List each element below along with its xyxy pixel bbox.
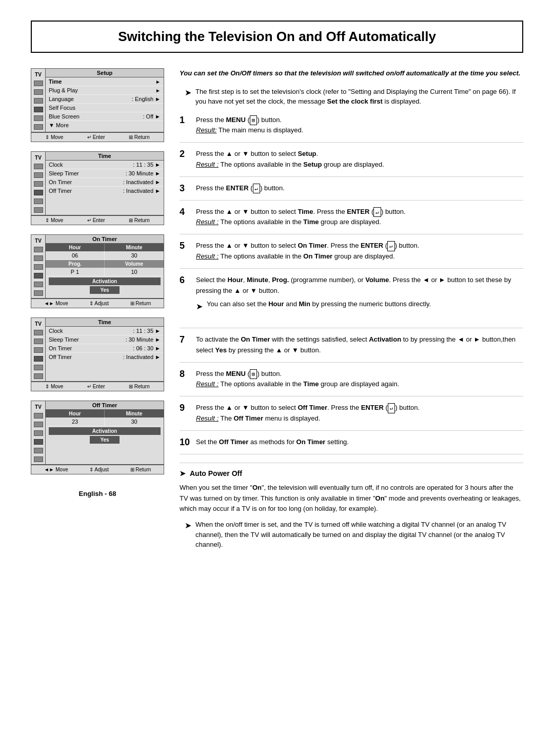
row-value-ontimer: : Inactivated ►: [123, 179, 161, 185]
footer-enter-2: ↵ Enter: [87, 217, 105, 223]
b2-icon-2: [34, 172, 43, 178]
tip-text-6: You can also set the Hour and Min by pre…: [207, 299, 431, 313]
tv-label: TV: [35, 72, 42, 77]
step-num-5: 5: [180, 241, 190, 251]
left-column: TV Setup Time ► Plug & Play: [31, 68, 164, 558]
row-value-bluescreen: : Off ►: [143, 113, 161, 120]
footer-return-3: ⊞ Return: [130, 301, 151, 306]
hour-minute-values: 06 30: [46, 251, 164, 260]
step-num-4: 4: [180, 207, 190, 217]
tip-arrow-auto: ➤: [185, 521, 191, 550]
icon-5: [34, 115, 43, 121]
tv-footer-time2: ⇕ Move ↵ Enter ⊞ Return: [31, 382, 164, 391]
tv-row-language: Language : English ►: [46, 95, 164, 104]
prog-vol-header: Prog. Volume: [46, 260, 164, 268]
yes-bar: Yes: [90, 286, 119, 294]
step-6: 6 Select the Hour, Minute, Prog. (progra…: [180, 275, 523, 328]
row-label-clock: Clock: [49, 162, 63, 168]
row-label-ontimer: On Timer: [49, 179, 72, 185]
step-num-3: 3: [180, 183, 190, 194]
b4-icon-3: [34, 347, 43, 353]
step-content-2: Press the ▲ or ▼ button to select Setup.…: [196, 149, 523, 170]
b2-icon-1: [34, 164, 43, 169]
steps-list: 1 Press the MENU (⊞) button. Result: The…: [180, 115, 523, 454]
footer-move-3: ◄► Move: [44, 301, 68, 306]
step-num-7: 7: [180, 334, 190, 345]
yes-container: Yes: [46, 286, 164, 296]
tv-row-time: Time ►: [46, 77, 164, 86]
result-label-4: Result :: [196, 218, 219, 226]
b5-yes-bar: Yes: [90, 436, 119, 444]
b5-icon-5: [34, 448, 43, 453]
row-label-offtimer: Off Timer: [49, 188, 72, 194]
vol-header: Volume: [105, 260, 164, 268]
b4-value-sleep: : 30 Minute ►: [126, 336, 161, 343]
tv-footer-ontimer: ◄► Move ⇕ Adjust ⊞ Return: [31, 299, 164, 308]
tv-label-5: TV: [35, 404, 42, 410]
b4-row-sleep: Sleep Timer : 30 Minute ►: [46, 335, 164, 344]
tv-icon-column-3: TV: [31, 235, 46, 298]
tip-block-1: ➤ The first step is to set the televisio…: [180, 87, 523, 107]
tv-content-time2: Time Clock : 11 : 35 ► Sleep Timer : 30 …: [46, 318, 164, 381]
tv-row-ontimer: On Timer : Inactivated ►: [46, 178, 164, 187]
step-content-5: Press the ▲ or ▼ button to select On Tim…: [196, 241, 523, 262]
tv-title-setup: Setup: [46, 69, 164, 77]
row-value-sleep: : 30 Minute ►: [126, 170, 161, 176]
tip-text-1: The first step is to set the television'…: [195, 87, 523, 107]
b4-value-clock: : 11 : 35 ►: [133, 328, 161, 334]
row-label-time: Time: [49, 78, 62, 85]
tv-icon-column-5: TV: [31, 401, 46, 464]
b4-icon-1: [34, 330, 43, 335]
enter-icon-4: ↵: [373, 207, 381, 217]
step-num-8: 8: [180, 369, 190, 380]
step-1: 1 Press the MENU (⊞) button. Result: The…: [180, 115, 523, 143]
icon-4-active: [34, 107, 43, 112]
tv-row-more: ▼ More: [46, 121, 164, 129]
footer-return-2: ⊞ Return: [129, 217, 150, 223]
auto-power-arrow: ➤: [180, 469, 186, 478]
activation-bar: Activation: [49, 277, 161, 285]
row-label-sleep: Sleep Timer: [49, 170, 79, 176]
tv-row-plugplay: Plug & Play ►: [46, 86, 164, 95]
footer-move-2: ⇕ Move: [45, 217, 63, 223]
row-label-plugplay: Plug & Play: [49, 87, 78, 93]
tip-block-auto: ➤ When the on/off timer is set, and the …: [180, 520, 523, 550]
minute-header: Minute: [105, 244, 164, 251]
b2-icon-5: [34, 198, 43, 204]
step-content-8: Press the MENU (⊞) button. Result : The …: [196, 369, 523, 390]
enter-icon-9: ↵: [388, 403, 395, 413]
enter-icon-3: ↵: [253, 184, 261, 194]
footer-enter-4: ↵ Enter: [87, 384, 105, 389]
result-label-8: Result :: [196, 380, 219, 388]
tv-title-time2: Time: [46, 318, 164, 327]
b5-hour-minute-header: Hour Minute: [46, 410, 164, 417]
step-5: 5 Press the ▲ or ▼ button to select On T…: [180, 241, 523, 269]
hour-value: 06: [46, 251, 105, 260]
tv-footer-setup: ⇕ Move ↵ Enter ⊞ Return: [31, 132, 164, 142]
vol-value: 10: [105, 268, 164, 276]
footer-return: ⊞ Return: [129, 134, 150, 140]
b4-icon-6: [34, 373, 43, 379]
b5-minute-header: Minute: [105, 410, 164, 417]
tv-content-setup: Setup Time ► Plug & Play ► Language : En…: [46, 69, 164, 132]
b4-value-ontimer: : 06 : 30 ►: [133, 345, 161, 351]
b4-label-ontimer: On Timer: [49, 345, 72, 351]
footer-return-5: ⊞ Return: [130, 467, 151, 472]
step-2: 2 Press the ▲ or ▼ button to select Setu…: [180, 149, 523, 177]
hour-header: Hour: [46, 244, 105, 251]
step-content-9: Press the ▲ or ▼ button to select Off Ti…: [196, 403, 523, 424]
menu-icon-8: ⊞: [250, 369, 258, 380]
intro-text: You can set the On/Off timers so that th…: [180, 68, 523, 78]
footer-move-5: ◄► Move: [44, 467, 68, 472]
b5-yes-container: Yes: [46, 436, 164, 446]
b3-icon-5: [34, 282, 43, 287]
b3-icon-3: [34, 264, 43, 270]
b5-hour-minute-values: 23 30: [46, 417, 164, 426]
tv-label-3: TV: [35, 238, 42, 244]
menu-icon-1: ⊞: [250, 115, 258, 126]
prog-header: Prog.: [46, 260, 105, 268]
auto-power-title: ➤ Auto Power Off: [180, 469, 523, 478]
row-label-bluescreen: Blue Screen: [49, 113, 80, 120]
minute-value: 30: [105, 251, 164, 260]
step-num-10: 10: [180, 437, 190, 448]
